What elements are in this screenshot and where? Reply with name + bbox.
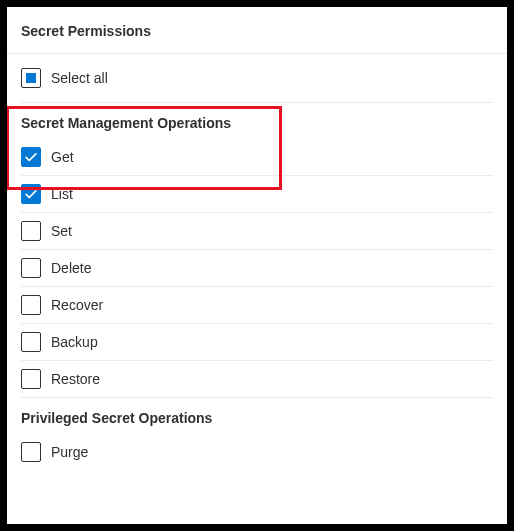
option-row-list: List bbox=[21, 176, 493, 213]
option-label: Purge bbox=[51, 444, 88, 460]
checkbox-purge[interactable] bbox=[21, 442, 41, 462]
permissions-panel: Secret Permissions Select all Secret Man… bbox=[7, 7, 507, 524]
check-icon bbox=[24, 150, 38, 164]
checkbox-set[interactable] bbox=[21, 221, 41, 241]
checkbox-backup[interactable] bbox=[21, 332, 41, 352]
checkbox-restore[interactable] bbox=[21, 369, 41, 389]
select-all-label: Select all bbox=[51, 70, 108, 86]
option-label: Delete bbox=[51, 260, 91, 276]
option-label: Recover bbox=[51, 297, 103, 313]
checkbox-recover[interactable] bbox=[21, 295, 41, 315]
option-row-get: Get bbox=[21, 139, 493, 176]
page-title: Secret Permissions bbox=[7, 7, 507, 54]
option-label: Get bbox=[51, 149, 74, 165]
option-label: List bbox=[51, 186, 73, 202]
check-icon bbox=[24, 187, 38, 201]
option-row-set: Set bbox=[21, 213, 493, 250]
section-title-management: Secret Management Operations bbox=[21, 103, 493, 139]
option-row-restore: Restore bbox=[21, 361, 493, 398]
option-label: Backup bbox=[51, 334, 98, 350]
option-label: Restore bbox=[51, 371, 100, 387]
option-row-purge: Purge bbox=[21, 434, 493, 470]
option-label: Set bbox=[51, 223, 72, 239]
indeterminate-icon bbox=[26, 73, 36, 83]
section-title-privileged: Privileged Secret Operations bbox=[21, 398, 493, 434]
checkbox-delete[interactable] bbox=[21, 258, 41, 278]
checkbox-get[interactable] bbox=[21, 147, 41, 167]
option-row-recover: Recover bbox=[21, 287, 493, 324]
option-row-backup: Backup bbox=[21, 324, 493, 361]
option-row-delete: Delete bbox=[21, 250, 493, 287]
checkbox-list[interactable] bbox=[21, 184, 41, 204]
select-all-checkbox[interactable] bbox=[21, 68, 41, 88]
